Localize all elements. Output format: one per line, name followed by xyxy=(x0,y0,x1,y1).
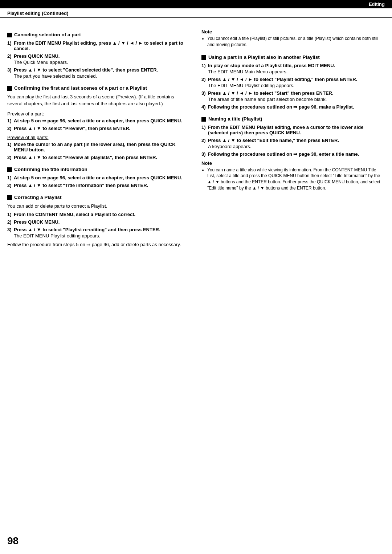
section-cancel-selection-title: Canceling selection of a part xyxy=(14,32,81,37)
cancel-step-1: 1) From the EDIT MENU Playlist editing, … xyxy=(7,40,191,51)
naming-step-1: 1) From the EDIT MENU Playlist editing, … xyxy=(201,125,385,135)
correcting-step-1: 1) From the CONTENT MENU, select a Playl… xyxy=(7,212,191,217)
section-icon xyxy=(201,55,206,60)
note-text-bottom: You can name a title also while viewing … xyxy=(201,167,385,191)
right-column: Note You cannot edit a title (Playlist) … xyxy=(201,25,385,250)
step-num: 4) xyxy=(201,104,206,110)
sub-label-preview-part: Preview of a part: xyxy=(7,111,191,117)
step-body: Press ▲ / ▼ / ◄ / ► to select "Start" th… xyxy=(208,90,334,96)
step-body: From the CONTENT MENU, select a Playlist… xyxy=(14,212,135,217)
step-num: 3) xyxy=(201,151,206,157)
section-naming-heading: Naming a title (Playlist) xyxy=(201,116,385,122)
correcting-intro: You can add or delete parts to correct a… xyxy=(7,203,191,210)
section-using-part-heading: Using a part in a Playlist also in anoth… xyxy=(201,54,385,60)
note-box-top: Note You cannot edit a title (Playlist) … xyxy=(201,29,385,48)
preview-all-step-1: 1) Move the cursor to an any part (in th… xyxy=(7,142,191,152)
section-icon xyxy=(7,167,12,172)
confirm-title-steps: 1) At step 5 on ⇒ page 96, select a titl… xyxy=(7,175,191,188)
step-num: 1) xyxy=(7,175,12,180)
note-bullet-bottom-1: You can name a title also while viewing … xyxy=(207,167,385,191)
preview-all-step-2: 2) Press ▲ / ▼ to select "Preview all pl… xyxy=(7,155,191,160)
page-container: Editing Playlist editing (Continued) Can… xyxy=(0,0,392,554)
sub-label-preview-all: Preview of all parts: xyxy=(7,135,191,140)
using-part-steps: 1) In play or stop mode of a Playlist ti… xyxy=(201,63,385,110)
step-body: At step 5 on ⇒ page 96, select a title o… xyxy=(14,118,182,123)
step-body: Press ▲ / ▼ to select "Cancel selected t… xyxy=(14,67,158,73)
step-num: 1) xyxy=(7,142,12,147)
step-body: Press ▲ / ▼ to select "Preview", then pr… xyxy=(14,126,130,131)
using-part-step-1: 1) In play or stop mode of a Playlist ti… xyxy=(201,63,385,74)
step-body: Press ▲ / ▼ to select "Title information… xyxy=(14,183,148,188)
step-body: Following the procedures outlined on ⇒ p… xyxy=(208,104,354,110)
section-icon xyxy=(7,33,12,37)
step-num: 2) xyxy=(7,183,12,188)
step-desc: The EDIT MENU Playlist editing appears. xyxy=(208,83,385,88)
section-confirm-title-heading: Confirming the title information xyxy=(7,167,191,172)
section-icon xyxy=(201,117,206,122)
using-part-step-3: 3) Press ▲ / ▼ / ◄ / ► to select "Start"… xyxy=(201,90,385,102)
step-num: 1) xyxy=(7,118,12,123)
step-body: Press QUICK MENU. xyxy=(14,53,60,59)
confirm-title-step-2: 2) Press ▲ / ▼ to select "Title informat… xyxy=(7,183,191,188)
sub-header: Playlist editing (Continued) xyxy=(0,8,392,18)
step-body: From the EDIT MENU Playlist editing, mov… xyxy=(208,125,363,135)
note-title-bottom: Note xyxy=(201,160,385,166)
step-desc: The Quick Menu appears. xyxy=(14,60,191,65)
step-num: 3) xyxy=(7,67,12,73)
page-number: 98 xyxy=(7,535,19,547)
naming-steps: 1) From the EDIT MENU Playlist editing, … xyxy=(201,125,385,157)
note-bullets-top: You cannot edit a title (Playlist) of st… xyxy=(201,36,385,48)
step-body: Following the procedures outlined on ⇒ p… xyxy=(208,151,359,157)
note-bullet-1: You cannot edit a title (Playlist) of st… xyxy=(207,36,385,48)
naming-step-3: 3) Following the procedures outlined on … xyxy=(201,151,385,157)
section-confirm-firstlast-title: Confirming the first and last scenes of … xyxy=(14,85,147,91)
step-num: 1) xyxy=(201,63,206,68)
left-column: Canceling selection of a part 1) From th… xyxy=(7,25,191,250)
confirm-title-step-1: 1) At step 5 on ⇒ page 96, select a titl… xyxy=(7,175,191,180)
correcting-step-3: 3) Press ▲ / ▼ to select "Playlist re-ed… xyxy=(7,227,191,239)
step-desc: The EDIT MENU Main Menu appears. xyxy=(208,69,385,74)
header-bar: Editing xyxy=(0,0,392,8)
preview-part-step-1: 1) At step 5 on ⇒ page 96, select a titl… xyxy=(7,118,191,123)
note-bullets-bottom: You can name a title also while viewing … xyxy=(201,167,385,191)
section-using-part-label: Using a part in a Playlist also in anoth… xyxy=(208,54,320,60)
correcting-steps: 1) From the CONTENT MENU, select a Playl… xyxy=(7,212,191,239)
step-body: Press ▲ / ▼ to select "Edit title name,"… xyxy=(208,138,339,143)
step-num: 2) xyxy=(7,126,12,131)
confirm-firstlast-intro: You can play the first and last 3 second… xyxy=(7,94,191,107)
step-body: At step 5 on ⇒ page 96, select a title o… xyxy=(14,175,182,180)
step-num: 2) xyxy=(201,77,206,82)
cancel-step-3: 3) Press ▲ / ▼ to select "Cancel selecte… xyxy=(7,67,191,79)
step-num: 2) xyxy=(7,155,12,160)
step-num: 1) xyxy=(7,212,12,217)
header-label: Editing xyxy=(369,1,385,7)
sub-header-label: Playlist editing (Continued) xyxy=(7,11,68,16)
correcting-footer: Follow the procedure from steps 5 on ⇒ p… xyxy=(7,241,191,248)
section-cancel-selection-heading: Canceling selection of a part xyxy=(7,32,191,37)
section-naming-label: Naming a title (Playlist) xyxy=(208,116,262,122)
step-num: 2) xyxy=(7,53,12,59)
step-num: 2) xyxy=(7,219,12,225)
step-desc: The areas of title name and part selecti… xyxy=(208,97,385,102)
preview-all-steps: 1) Move the cursor to an any part (in th… xyxy=(7,142,191,160)
step-body: Press QUICK MENU. xyxy=(14,219,60,225)
section-correcting-heading: Correcting a Playlist xyxy=(7,195,191,200)
step-body: Press ▲ / ▼ to select "Preview all playl… xyxy=(14,155,157,160)
step-body: Press ▲ / ▼ to select "Playlist re-editi… xyxy=(14,227,160,232)
step-desc: A keyboard appears. xyxy=(208,144,385,149)
section-icon xyxy=(7,195,12,200)
section-confirm-firstlast-heading: Confirming the first and last scenes of … xyxy=(7,85,191,91)
cancel-steps-list: 1) From the EDIT MENU Playlist editing, … xyxy=(7,40,191,79)
step-body: Press ▲ / ▼ / ◄ / ► to select "Playlist … xyxy=(208,77,357,82)
step-num: 1) xyxy=(201,125,206,130)
main-content: Canceling selection of a part 1) From th… xyxy=(0,18,392,257)
step-body: In play or stop mode of a Playlist title… xyxy=(208,63,335,68)
cancel-step-2: 2) Press QUICK MENU. The Quick Menu appe… xyxy=(7,53,191,65)
note-text-top: You cannot edit a title (Playlist) of st… xyxy=(201,36,385,48)
step-num: 1) xyxy=(7,40,12,46)
step-body: From the EDIT MENU Playlist editing, pre… xyxy=(14,40,183,51)
step-num: 3) xyxy=(201,90,206,96)
step-body: Move the cursor to an any part (in the l… xyxy=(14,142,176,152)
section-confirm-title-label: Confirming the title information xyxy=(14,167,87,172)
step-desc: The part you have selected is canceled. xyxy=(14,73,191,79)
